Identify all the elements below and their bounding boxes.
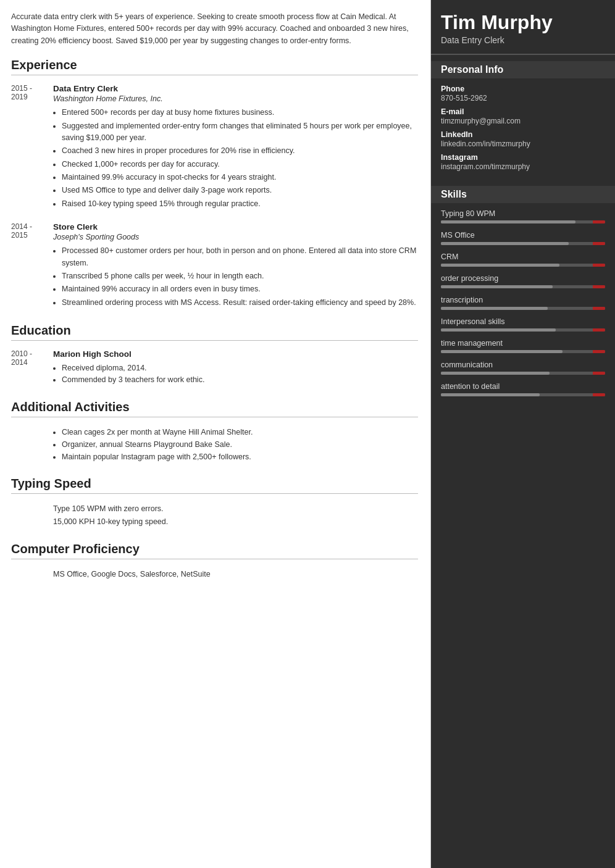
skill-name: order processing [441,274,605,283]
skill-name: time management [441,339,605,348]
exp-job-title: Data Entry Clerk [53,84,418,93]
computer-title: Computer Proficiency [11,542,418,559]
typing-item: 15,000 KPH 10-key typing speed. [53,515,418,528]
skill-item: CRM [441,252,605,267]
skill-bar-bg [441,328,605,332]
typing-item: Type 105 WPM with zero errors. [53,503,418,515]
education-item: 2010 -2014 Marion High School Received d… [11,349,418,386]
list-item: Transcribed 5 phone calls per week, ½ ho… [62,270,418,282]
list-item: Maintain popular Instagram page with 2,5… [62,451,418,463]
list-item: Raised 10-key typing speed 15% through r… [62,198,418,210]
skill-bar-marker [593,285,605,288]
list-item: Streamlined ordering process with MS Acc… [62,297,418,309]
list-item: Coached 3 new hires in proper procedures… [62,145,418,157]
email-label: E-mail [441,107,605,116]
list-item: Maintained 99.9% accuracy in spot-checks… [62,172,418,183]
exp-content: Data Entry Clerk Washington Home Fixture… [53,84,418,211]
skill-bar-fill [441,350,563,353]
list-item: Checked 1,000+ records per day for accur… [62,159,418,170]
exp-date: 2015 -2019 [11,84,43,211]
exp-company: Joseph's Sporting Goods [53,233,418,241]
list-item: Entered 500+ records per day at busy hom… [62,107,418,119]
skill-bar-bg [441,307,605,310]
skill-bar-bg [441,264,605,267]
exp-content: Store Clerk Joseph's Sporting Goods Proc… [53,222,418,310]
skill-bar-bg [441,372,605,375]
list-item: Organizer, annual Stearns Playground Bak… [62,438,418,451]
skill-item: MS Office [441,231,605,245]
skill-bar-fill [441,393,540,396]
skill-bar-bg [441,285,605,288]
skill-bar-bg [441,350,605,353]
skill-name: Typing 80 WPM [441,209,605,218]
instagram-label: Instagram [441,153,605,162]
experience-item: 2014 -2015 Store Clerk Joseph's Sporting… [11,222,418,310]
personal-info-title: Personal Info [431,61,615,78]
linkedin-value: linkedin.com/in/timzmurphy [441,140,605,148]
skill-bar-fill [441,264,559,267]
skill-bar-marker [593,328,605,332]
candidate-title: Data Entry Clerk [441,35,605,45]
activities-section: Additional Activities Clean cages 2x per… [11,400,418,463]
typing-list: Type 105 WPM with zero errors.15,000 KPH… [53,503,418,529]
summary-text: Accurate data entry clerk with 5+ years … [11,11,418,47]
list-item: Used MS Office to type and deliver daily… [62,185,418,196]
skill-item: Interpersonal skills [441,317,605,332]
right-panel: Tim Murphy Data Entry Clerk Personal Inf… [431,0,615,868]
activities-title: Additional Activities [11,400,418,417]
list-item: Clean cages 2x per month at Wayne Hill A… [62,426,418,438]
email-value: timzmurphy@gmail.com [441,117,605,125]
exp-date: 2014 -2015 [11,222,43,310]
experience-section: Experience 2015 -2019 Data Entry Clerk W… [11,58,418,310]
skill-bar-marker [593,372,605,375]
typing-title: Typing Speed [11,477,418,494]
list-item: Processed 80+ customer orders per hour, … [62,245,418,269]
right-header: Tim Murphy Data Entry Clerk [431,0,615,55]
skill-bar-marker [593,350,605,353]
computer-item: MS Office, Google Docs, Salesforce, NetS… [53,568,418,581]
skill-item: order processing [441,274,605,288]
exp-company: Washington Home Fixtures, Inc. [53,94,418,103]
skill-bar-bg [441,220,605,223]
linkedin-label: LinkedIn [441,130,605,139]
edu-bullets: Received diploma, 2014.Commended by 3 te… [53,362,204,386]
skills-section: Skills Typing 80 WPM MS Office CRM order… [431,180,615,410]
skill-name: transcription [441,296,605,304]
education-section: Education 2010 -2014 Marion High School … [11,323,418,386]
skill-bar-bg [441,242,605,245]
skill-name: MS Office [441,231,605,240]
typing-section: Typing Speed Type 105 WPM with zero erro… [11,477,418,529]
skill-name: CRM [441,252,605,261]
experience-title: Experience [11,58,418,75]
list-item: Suggested and implemented order-entry fo… [62,120,418,144]
skill-name: communication [441,361,605,369]
list-item: Maintained 99% accuracy in all orders ev… [62,283,418,295]
skill-bar-marker [593,264,605,267]
edu-date: 2010 -2014 [11,349,43,386]
exp-job-title: Store Clerk [53,222,418,232]
activities-list: Clean cages 2x per month at Wayne Hill A… [53,426,418,463]
skill-bar-fill [441,328,556,332]
skill-item: time management [441,339,605,353]
skill-bar-fill [441,285,553,288]
exp-bullets: Entered 500+ records per day at busy hom… [53,107,418,210]
skill-bar-fill [441,372,550,375]
computer-list: MS Office, Google Docs, Salesforce, NetS… [53,568,418,581]
skill-bar-fill [441,242,569,245]
skills-title: Skills [431,186,615,203]
skill-bar-marker [593,242,605,245]
instagram-value: instagram.com/timzmurphy [441,162,605,171]
list-item: Received diploma, 2014. [62,362,204,374]
experience-item: 2015 -2019 Data Entry Clerk Washington H… [11,84,418,211]
skill-item: communication [441,361,605,375]
personal-info-section: Personal Info Phone 870-515-2962 E-mail … [431,55,615,180]
skill-bar-marker [593,393,605,396]
list-item: Commended by 3 teachers for work ethic. [62,374,204,386]
skill-bar-fill [441,220,575,223]
candidate-name: Tim Murphy [441,11,605,34]
skill-bar-marker [593,220,605,223]
skills-list: Typing 80 WPM MS Office CRM order proces… [441,209,605,396]
phone-label: Phone [441,85,605,93]
skill-bar-marker [593,307,605,310]
computer-section: Computer Proficiency MS Office, Google D… [11,542,418,581]
